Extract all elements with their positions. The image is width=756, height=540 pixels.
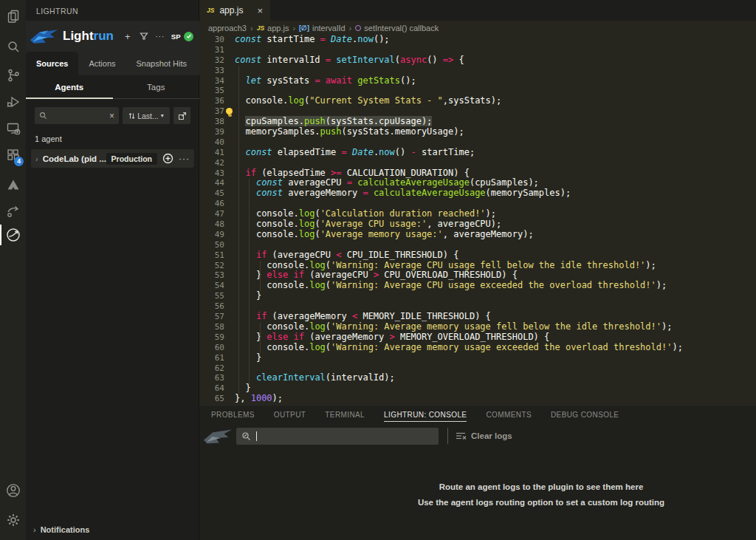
line-number[interactable]: 45 <box>199 188 224 199</box>
line-number[interactable]: 44 <box>199 178 224 188</box>
code-line[interactable]: 35 <box>199 86 756 96</box>
line-number[interactable]: 62 <box>199 363 224 374</box>
notifications-toggle[interactable]: › Notifications <box>33 525 89 534</box>
code-line[interactable]: 32const intervalId = setInterval(async()… <box>199 55 756 66</box>
close-tab-icon[interactable]: × <box>257 5 263 16</box>
code-line[interactable]: 63 clearInterval(intervalId); <box>199 373 756 383</box>
code-line[interactable]: 40 <box>199 137 756 148</box>
line-number[interactable]: 37 <box>199 106 224 117</box>
code-editor[interactable]: 30const startTime = Date.now();3132const… <box>199 35 756 405</box>
line-number[interactable]: 41 <box>199 148 224 158</box>
line-number[interactable]: 56 <box>199 301 224 312</box>
tab-comments[interactable]: COMMENTS <box>486 408 532 421</box>
line-number[interactable]: 60 <box>199 343 224 353</box>
breadcrumb-file[interactable]: JSapp.js <box>257 24 289 33</box>
line-number[interactable]: 31 <box>199 45 224 55</box>
code-line[interactable]: 38 cpuSamples.push(sysStats.cpuUsage); <box>199 117 756 127</box>
code-line[interactable]: 65}, 1000); <box>199 394 756 404</box>
code-line[interactable]: 55 } <box>199 291 756 301</box>
settings-gear-icon[interactable] <box>0 508 26 532</box>
code-line[interactable]: 33 <box>199 66 756 76</box>
line-number[interactable]: 51 <box>199 250 224 261</box>
user-badge[interactable]: SP <box>171 32 193 41</box>
extensions-icon[interactable]: 4 <box>0 143 26 167</box>
line-number[interactable]: 30 <box>199 35 224 45</box>
code-line[interactable]: 58 console.log('Warning: Average memory … <box>199 322 756 332</box>
tab-sources[interactable]: Sources <box>26 52 78 75</box>
breadcrumb-symbol-callback[interactable]: setInterval() callback <box>355 24 439 33</box>
line-number[interactable]: 36 <box>199 96 224 106</box>
line-number[interactable]: 42 <box>199 158 224 168</box>
line-number[interactable]: 38 <box>199 117 224 127</box>
line-number[interactable]: 63 <box>199 373 224 383</box>
code-line[interactable]: 50 <box>199 240 756 250</box>
code-line[interactable]: 47 console.log('Calculation duration rea… <box>199 209 756 219</box>
line-number[interactable]: 40 <box>199 137 224 148</box>
agent-more-button[interactable]: ··· <box>179 154 190 164</box>
line-number[interactable]: 55 <box>199 291 224 301</box>
code-line[interactable]: 46 <box>199 199 756 209</box>
code-line[interactable]: 43 if (elapsedTime >= CALCULATION_DURATI… <box>199 168 756 179</box>
code-line[interactable]: 34 let sysStats = await getStats(); <box>199 76 756 86</box>
run-debug-icon[interactable] <box>0 90 26 114</box>
line-number[interactable]: 50 <box>199 240 224 250</box>
code-line[interactable]: 49 console.log('Average memory usage:', … <box>199 230 756 240</box>
breadcrumb-symbol-variable[interactable]: [∅]intervalId <box>299 24 345 33</box>
line-number[interactable]: 49 <box>199 230 224 240</box>
sort-dropdown[interactable]: Last... ▾ <box>123 107 170 124</box>
code-line[interactable]: 36 console.log("Current System Stats - "… <box>199 96 756 106</box>
line-number[interactable]: 33 <box>199 66 224 76</box>
code-line[interactable]: 64 } <box>199 383 756 394</box>
filter-icon[interactable] <box>137 30 151 43</box>
subtab-agents[interactable]: Agents <box>26 75 113 98</box>
line-number[interactable]: 48 <box>199 219 224 230</box>
line-number[interactable]: 39 <box>199 127 224 137</box>
code-line[interactable]: 30const startTime = Date.now(); <box>199 35 756 45</box>
code-line[interactable]: 45 const averageMemory = calculateAverag… <box>199 188 756 199</box>
line-number[interactable]: 32 <box>199 55 224 66</box>
code-line[interactable]: 56 <box>199 301 756 312</box>
code-line[interactable]: 42 <box>199 158 756 168</box>
clear-logs-button[interactable]: Clear logs <box>456 431 512 441</box>
expand-view-button[interactable] <box>173 107 190 124</box>
chevron-right-icon[interactable]: › <box>35 154 38 163</box>
explorer-icon[interactable] <box>0 4 26 28</box>
tab-problems[interactable]: PROBLEMS <box>211 408 255 421</box>
code-line[interactable]: 37 <box>199 106 756 117</box>
account-icon[interactable] <box>0 479 26 502</box>
lightbulb-icon[interactable] <box>226 108 233 117</box>
remote-explorer-icon[interactable] <box>0 117 26 140</box>
console-search-input[interactable] <box>236 428 439 445</box>
breadcrumb-folder[interactable]: approach3 <box>208 24 247 33</box>
line-number[interactable]: 43 <box>199 168 224 179</box>
code-line[interactable]: 61 } <box>199 353 756 363</box>
more-options-button[interactable]: ··· <box>154 30 167 43</box>
share-arrow-icon[interactable] <box>0 199 26 223</box>
line-number[interactable]: 54 <box>199 281 224 291</box>
code-line[interactable]: 59 } else if (averageMemory > MEMORY_OVE… <box>199 332 756 343</box>
code-line[interactable]: 60 console.log('Warning: Average memory … <box>199 343 756 353</box>
line-number[interactable]: 46 <box>199 199 224 209</box>
add-action-button[interactable]: + <box>121 30 134 43</box>
tab-snapshot-hits[interactable]: Snapshot Hits <box>126 52 197 75</box>
tab-actions[interactable]: Actions <box>78 52 126 75</box>
line-number[interactable]: 64 <box>199 383 224 394</box>
source-control-icon[interactable] <box>0 64 26 87</box>
lightrun-icon[interactable] <box>0 223 26 247</box>
code-line[interactable]: 41 const elapsedTime = Date.now() - star… <box>199 148 756 158</box>
code-line[interactable]: 57 if (averageMemory < MEMORY_IDLE_THRES… <box>199 312 756 322</box>
code-line[interactable]: 54 console.log('Warning: Average CPU usa… <box>199 281 756 291</box>
code-line[interactable]: 39 memorySamples.push(sysStats.memoryUsa… <box>199 127 756 137</box>
tab-output[interactable]: OUTPUT <box>274 408 306 421</box>
tab-app-js[interactable]: JS app.js × <box>199 0 270 21</box>
code-line[interactable]: 51 if (averageCPU < CPU_IDLE_THRESHOLD) … <box>199 250 756 261</box>
code-line[interactable]: 48 console.log('Average CPU usage:', ave… <box>199 219 756 230</box>
code-line[interactable]: 53 } else if (averageCPU > CPU_OVERLOAD_… <box>199 270 756 281</box>
line-number[interactable]: 58 <box>199 322 224 332</box>
agents-search-input[interactable]: × <box>35 107 119 124</box>
triangle-extension-icon[interactable] <box>0 173 26 196</box>
line-number[interactable]: 57 <box>199 312 224 322</box>
line-number[interactable]: 65 <box>199 394 224 404</box>
code-line[interactable]: 52 console.log('Warning: Average CPU usa… <box>199 261 756 271</box>
agent-row[interactable]: › CodeLab (pid ... Production ··· <box>31 149 194 168</box>
